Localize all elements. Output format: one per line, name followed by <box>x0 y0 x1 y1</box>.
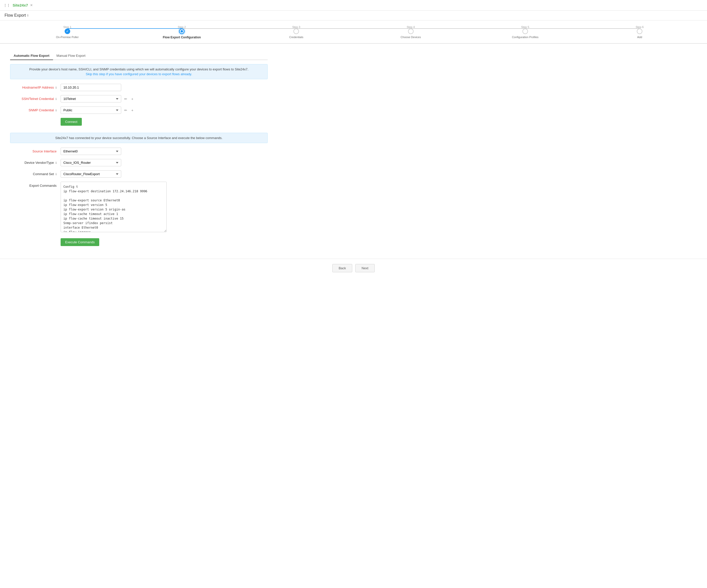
info-banner-text: Provide your device's host name, SSH/CLI… <box>29 67 248 71</box>
tab-bar: Automatic Flow Export Manual Flow Export <box>10 52 268 60</box>
step-item-2: Step 2 Flow Export Configuration <box>125 26 239 39</box>
brand-logo: Site24x7 <box>13 3 28 7</box>
hostname-input[interactable] <box>61 84 121 91</box>
source-interface-row: Source Interface Ethernet0 <box>10 148 268 155</box>
step-item-6: Step 6 Add <box>582 26 697 39</box>
skip-link[interactable]: Skip this step if you have configured yo… <box>15 72 262 76</box>
step-label-4: Choose Devices <box>401 36 421 39</box>
device-vendor-select[interactable]: Cisco_IOS_Router <box>61 159 121 166</box>
ssh-info-icon[interactable]: ℹ <box>56 97 57 100</box>
ssh-edit-icon[interactable]: ✏ <box>123 96 128 101</box>
command-set-select[interactable]: CiscoRouter_FlowExport <box>61 170 121 178</box>
device-vendor-select-wrap: Cisco_IOS_Router <box>61 159 121 166</box>
step-line-3 <box>296 28 411 29</box>
page-title-info-icon[interactable]: ℹ <box>27 13 29 17</box>
main-content: Automatic Flow Export Manual Flow Export… <box>0 48 278 256</box>
snmp-select[interactable]: Public <box>61 106 121 114</box>
step-circle-1 <box>65 29 70 34</box>
snmp-edit-icon[interactable]: ✏ <box>123 108 128 113</box>
ssh-select[interactable]: 10Telnet <box>61 95 121 102</box>
export-commands-label: Export Commands <box>10 182 61 187</box>
step-line-4 <box>411 28 525 29</box>
stepper: Step 1 On-Premise Poller Step 2 Flow Exp… <box>10 26 697 39</box>
command-set-select-wrap: CiscoRouter_FlowExport <box>61 170 121 178</box>
step-label-5: Configuration Profiles <box>512 36 538 39</box>
next-button[interactable]: Next <box>355 264 375 272</box>
hostname-info-icon[interactable]: ℹ <box>56 86 57 89</box>
snmp-select-wrap: Public ✏ + <box>61 106 134 114</box>
bottom-nav: Back Next <box>0 259 707 277</box>
step-circle-3 <box>294 29 299 34</box>
form-section: Hostname/IP Address ℹ SSH/Telnet Credent… <box>10 84 268 128</box>
ssh-select-wrap: 10Telnet ✏ + <box>61 95 134 102</box>
page-title: Flow Export <box>5 13 26 18</box>
step-label-2: Flow Export Configuration <box>163 36 201 39</box>
step-item-1: Step 1 On-Premise Poller <box>10 26 125 39</box>
ssh-credential-row: SSH/Telnet Credential ℹ 10Telnet ✏ + <box>10 95 268 102</box>
source-interface-select-wrap: Ethernet0 <box>61 148 121 155</box>
source-interface-select[interactable]: Ethernet0 <box>61 148 121 155</box>
step-item-4: Step 4 Choose Devices <box>354 26 468 39</box>
step-line-2 <box>182 28 296 29</box>
success-banner: Site24x7 has connected to your device su… <box>10 133 268 143</box>
snmp-credential-row: SNMP Credential ℹ Public ✏ + <box>10 106 268 114</box>
snmp-credential-label: SNMP Credential ℹ <box>10 108 61 112</box>
export-commands-textarea[interactable] <box>61 182 167 232</box>
step-circle-2 <box>179 29 184 34</box>
command-set-row: Command Set ℹ CiscoRouter_FlowExport <box>10 170 268 178</box>
close-icon[interactable]: ✕ <box>30 3 33 7</box>
back-button[interactable]: Back <box>332 264 352 272</box>
execute-commands-button-row: Execute Commands <box>10 236 268 246</box>
connect-button[interactable]: Connect <box>61 118 82 126</box>
stepper-container: Step 1 On-Premise Poller Step 2 Flow Exp… <box>0 21 707 43</box>
page-title-bar: Flow Export ℹ <box>0 10 707 21</box>
hostname-row: Hostname/IP Address ℹ <box>10 84 268 91</box>
device-vendor-row: Device Vendor/Type ℹ Cisco_IOS_Router <box>10 159 268 166</box>
hostname-label: Hostname/IP Address ℹ <box>10 85 61 89</box>
export-commands-row: Export Commands <box>10 182 268 232</box>
step-circle-6 <box>637 29 642 34</box>
info-banner: Provide your device's host name, SSH/CLI… <box>10 64 268 79</box>
ssh-credential-label: SSH/Telnet Credential ℹ <box>10 97 61 101</box>
device-vendor-info-icon[interactable]: ℹ <box>56 161 57 164</box>
command-set-label: Command Set ℹ <box>10 172 61 176</box>
step-label-6: Add <box>637 36 642 39</box>
grid-icon[interactable]: ⋮⋮ <box>3 3 10 7</box>
connect-button-row: Connect <box>10 118 268 126</box>
step-item-5: Step 5 Configuration Profiles <box>468 26 582 39</box>
step-circle-4 <box>408 29 413 34</box>
tab-manual-flow-export[interactable]: Manual Flow Export <box>53 52 89 60</box>
step-circle-5 <box>523 29 528 34</box>
source-interface-label: Source Interface <box>10 149 61 153</box>
step-label-3: Credentials <box>290 36 304 39</box>
step-item-3: Step 3 Credentials <box>239 26 354 39</box>
source-form-section: Source Interface Ethernet0 Device Vendor… <box>10 148 268 249</box>
execute-commands-button[interactable]: Execute Commands <box>61 238 99 246</box>
snmp-add-icon[interactable]: + <box>130 108 134 113</box>
step-line-5 <box>525 28 640 29</box>
tab-automatic-flow-export[interactable]: Automatic Flow Export <box>10 52 53 60</box>
ssh-add-icon[interactable]: + <box>130 96 134 101</box>
top-nav: ⋮⋮ Site24x7 ✕ <box>0 0 707 10</box>
device-vendor-label: Device Vendor/Type ℹ <box>10 161 61 165</box>
success-banner-text: Site24x7 has connected to your device su… <box>55 136 223 140</box>
step-line-1 <box>67 28 182 29</box>
command-set-info-icon[interactable]: ℹ <box>56 173 57 176</box>
snmp-info-icon[interactable]: ℹ <box>56 109 57 112</box>
step-label-1: On-Premise Poller <box>56 36 79 39</box>
